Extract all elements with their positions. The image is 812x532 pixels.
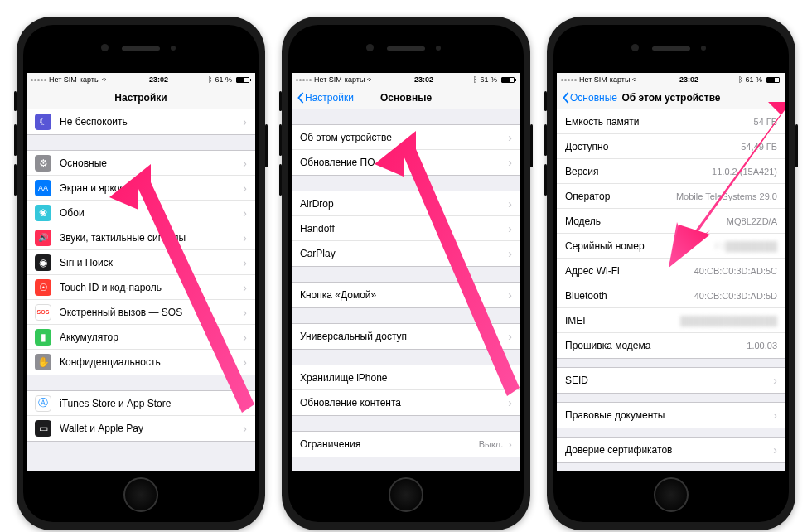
row-accessibility[interactable]: Универсальный доступ› <box>292 324 520 349</box>
row-carplay[interactable]: CarPlay› <box>292 241 520 266</box>
row-itunes[interactable]: Ⓐ iTunes Store и App Store › <box>27 391 255 416</box>
status-bar: Нет SIM-карты ᯤ 23:02 ᛒ 61 % <box>557 73 785 86</box>
row-battery[interactable]: ▮ Аккумулятор › <box>27 325 255 350</box>
screen-2: Нет SIM-карты ᯤ 23:02 ᛒ 61 % Настройки <box>292 73 520 471</box>
siri-icon: ◉ <box>35 254 51 271</box>
gear-icon: ⚙ <box>35 155 51 172</box>
mute-switch <box>544 91 547 111</box>
sound-icon: 🔊 <box>35 230 51 246</box>
row-about[interactable]: Об этом устройстве› <box>292 125 520 150</box>
row-airdrop[interactable]: AirDrop› <box>292 191 520 216</box>
chevron-right-icon: › <box>508 438 512 451</box>
imei-value-blurred: ███████████████ <box>680 316 777 326</box>
row-restrictions[interactable]: ОграниченияВыкл.› <box>292 432 520 457</box>
front-camera <box>631 44 639 51</box>
nav-bar: Настройки <box>27 86 255 109</box>
row-software-update[interactable]: Обновление ПО› <box>292 150 520 175</box>
chevron-right-icon: › <box>773 443 777 457</box>
chevron-right-icon: › <box>243 256 247 269</box>
general-list[interactable]: Об этом устройстве› Обновление ПО› AirDr… <box>292 109 520 471</box>
status-bar: Нет SIM-карты ᯤ 23:02 ᛒ 61 % <box>292 73 520 86</box>
back-button[interactable]: Основные <box>562 92 617 104</box>
row-sounds[interactable]: 🔊 Звуки, тактильные сигналы › <box>27 225 255 250</box>
chevron-right-icon: › <box>243 181 247 195</box>
row-cert-trust[interactable]: Доверие сертификатов› <box>557 438 785 462</box>
display-icon: AA <box>35 180 51 196</box>
chevron-right-icon: › <box>243 397 247 410</box>
sos-icon: SOS <box>35 304 51 321</box>
row-modem-firmware: Прошивка модема1.00.03 <box>557 333 785 358</box>
nav-bar: Основные Об этом устройстве <box>557 86 785 109</box>
chevron-right-icon: › <box>773 374 777 387</box>
status-bar: Нет SIM-карты ᯤ 23:02 ᛒ 61 % <box>27 73 255 86</box>
chevron-right-icon: › <box>508 247 512 260</box>
row-available: Доступно54,49 ГБ <box>557 134 785 159</box>
screen-1: Нет SIM-карты ᯤ 23:02 ᛒ 61 % Настройки <box>27 73 255 471</box>
row-legal[interactable]: Правовые документы› <box>557 403 785 428</box>
bluetooth-icon: ᛒ <box>473 75 477 84</box>
proximity-sensor <box>171 46 176 51</box>
signal-icon <box>296 79 312 81</box>
chevron-right-icon: › <box>508 330 512 343</box>
back-button[interactable]: Настройки <box>297 92 354 104</box>
volume-up-button <box>279 124 282 156</box>
volume-up-button <box>14 124 17 156</box>
row-bluetooth-address: Bluetooth40:CB:C0:3D:AD:5D <box>557 283 785 308</box>
row-background-refresh[interactable]: Обновление контента› <box>292 390 520 415</box>
clock: 23:02 <box>679 75 698 84</box>
row-wallpaper[interactable]: ❀ Обои › <box>27 201 255 225</box>
row-touchid[interactable]: ☉ Touch ID и код-пароль › <box>27 275 255 300</box>
row-handoff[interactable]: Handoff› <box>292 216 520 241</box>
battery-icon <box>500 77 516 83</box>
speaker-grill <box>387 46 425 51</box>
row-storage[interactable]: Хранилище iPhone› <box>292 365 520 390</box>
chevron-right-icon: › <box>243 355 247 369</box>
volume-down-button <box>279 164 282 196</box>
speaker-grill <box>122 46 160 51</box>
home-button[interactable] <box>654 477 689 512</box>
power-button <box>795 124 798 167</box>
front-camera <box>366 44 374 51</box>
chevron-right-icon: › <box>508 156 512 169</box>
chevron-left-icon <box>297 92 305 104</box>
proximity-sensor <box>701 46 706 51</box>
row-home-button[interactable]: Кнопка «Домой»› <box>292 283 520 307</box>
row-version: Версия11.0.2 (15A421) <box>557 159 785 184</box>
wifi-icon: ᯤ <box>632 76 639 84</box>
chevron-right-icon: › <box>508 396 512 409</box>
mute-switch <box>14 91 17 111</box>
phone-frame-1: Нет SIM-карты ᯤ 23:02 ᛒ 61 % Настройки <box>17 17 265 530</box>
row-privacy[interactable]: ✋ Конфиденциальность › <box>27 350 255 375</box>
mute-switch <box>279 91 282 111</box>
row-sos[interactable]: SOS Экстренный вызов — SOS › <box>27 300 255 325</box>
phone-triptych: Нет SIM-карты ᯤ 23:02 ᛒ 61 % Настройки <box>0 0 812 532</box>
row-display[interactable]: AA Экран и яркость › <box>27 176 255 201</box>
home-button[interactable] <box>123 477 158 512</box>
row-seid[interactable]: SEID› <box>557 368 785 393</box>
screen-3: Нет SIM-карты ᯤ 23:02 ᛒ 61 % Основные <box>557 73 785 471</box>
clock: 23:02 <box>414 75 433 84</box>
wallpaper-icon: ❀ <box>35 205 51 221</box>
signal-icon <box>561 79 577 81</box>
chevron-left-icon <box>562 92 570 104</box>
nav-bar: Настройки Основные <box>292 86 520 109</box>
row-imei: IMEI███████████████ <box>557 308 785 333</box>
row-wallet[interactable]: ▭ Wallet и Apple Pay › <box>27 416 255 441</box>
settings-list[interactable]: ☾ Не беспокоить › ⚙ Основные › AA <box>27 109 255 471</box>
chevron-right-icon: › <box>508 288 512 302</box>
page-title: Основные <box>380 92 432 104</box>
about-list[interactable]: Емкость памяти54 ГБ Доступно54,49 ГБ Вер… <box>557 109 785 471</box>
row-carrier: ОператорMobile TeleSystems 29.0 <box>557 184 785 209</box>
home-button[interactable] <box>389 477 423 512</box>
row-do-not-disturb[interactable]: ☾ Не беспокоить › <box>27 109 255 134</box>
wallet-icon: ▭ <box>35 420 51 437</box>
battery-percent: 61 % <box>480 75 497 84</box>
page-title: Настройки <box>114 92 167 104</box>
row-siri[interactable]: ◉ Siri и Поиск › <box>27 250 255 275</box>
row-general[interactable]: ⚙ Основные › <box>27 151 255 176</box>
phone-frame-2: Нет SIM-карты ᯤ 23:02 ᛒ 61 % Настройки <box>282 17 530 530</box>
row-model: МодельMQ8L2ZD/A <box>557 209 785 234</box>
carrier-text: Нет SIM-карты <box>49 75 99 84</box>
privacy-icon: ✋ <box>35 354 51 370</box>
chevron-right-icon: › <box>508 371 512 384</box>
